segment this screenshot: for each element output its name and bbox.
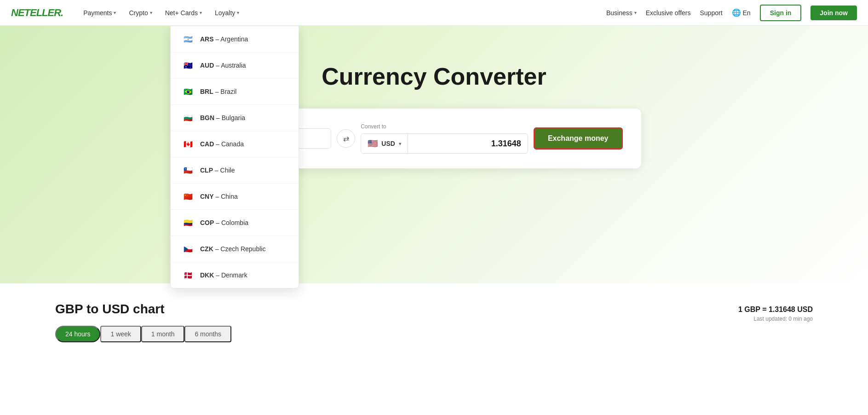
to-amount-input[interactable] bbox=[408, 134, 528, 153]
flag-dkk: 🇩🇰 bbox=[182, 269, 195, 282]
flag-cop: 🇨🇴 bbox=[182, 216, 195, 229]
dropdown-item-dkk[interactable]: 🇩🇰 DKK – Denmark bbox=[171, 262, 299, 288]
crypto-arrow-icon: ▾ bbox=[150, 10, 152, 15]
nav-business[interactable]: Business ▾ bbox=[606, 9, 637, 17]
chart-tabs: 24 hours1 week1 month6 months bbox=[55, 326, 813, 342]
flag-bgn: 🇧🇬 bbox=[182, 111, 195, 124]
chart-tab-6-months[interactable]: 6 months bbox=[184, 326, 231, 342]
swap-button[interactable]: ⇄ bbox=[337, 129, 355, 148]
swap-icon: ⇄ bbox=[343, 134, 349, 143]
business-arrow-icon: ▾ bbox=[634, 10, 637, 15]
brand-logo: NETELLER. bbox=[11, 7, 63, 19]
globe-icon: 🌐 bbox=[732, 8, 741, 17]
payments-arrow-icon: ▾ bbox=[114, 10, 116, 15]
dropdown-item-czk[interactable]: 🇨🇿 CZK – Czech Republic bbox=[171, 236, 299, 262]
dropdown-item-aud[interactable]: 🇦🇺 AUD – Australia bbox=[171, 52, 299, 79]
nav-right: Business ▾ Exclusive offers Support 🌐 En… bbox=[606, 5, 857, 21]
netcards-arrow-icon: ▾ bbox=[200, 10, 202, 15]
signin-button[interactable]: Sign in bbox=[760, 5, 802, 21]
dropdown-item-cop[interactable]: 🇨🇴 COP – Colombia bbox=[171, 210, 299, 236]
flag-clp: 🇨🇱 bbox=[182, 164, 195, 177]
nav-lang[interactable]: 🌐 En bbox=[732, 8, 751, 17]
loyalty-arrow-icon: ▾ bbox=[237, 10, 239, 15]
to-flag: 🇺🇸 bbox=[368, 138, 378, 149]
to-currency-selector[interactable]: 🇺🇸 USD ▾ bbox=[361, 134, 408, 153]
to-currency-wrapper: Convert to 🇺🇸 USD ▾ bbox=[361, 123, 528, 154]
nav-loyalty[interactable]: Loyalty ▾ bbox=[209, 6, 245, 20]
flag-ars: 🇦🇷 bbox=[182, 33, 195, 46]
chart-tabs-row: GBP to USD chart 1 GBP = 1.31648 USD Las… bbox=[55, 302, 813, 326]
converter-row: 🇬🇧 GBP ▾ ⇄ Convert to 🇺🇸 USD ▾ bbox=[246, 123, 623, 154]
currency-dropdown[interactable]: 🇦🇷 ARS – Argentina 🇦🇺 AUD – Australia 🇧🇷… bbox=[170, 26, 299, 288]
nav-left: Payments ▾ Crypto ▾ Net+ Cards ▾ Loyalty… bbox=[78, 6, 606, 20]
flag-czk: 🇨🇿 bbox=[182, 242, 195, 255]
chart-title: GBP to USD chart bbox=[55, 302, 165, 317]
navbar: NETELLER. Payments ▾ Crypto ▾ Net+ Cards… bbox=[0, 0, 868, 26]
dropdown-item-cny[interactable]: 🇨🇳 CNY – China bbox=[171, 184, 299, 210]
nav-payments[interactable]: Payments ▾ bbox=[78, 6, 121, 20]
chart-tab-24-hours[interactable]: 24 hours bbox=[55, 326, 100, 342]
to-currency-arrow-icon: ▾ bbox=[399, 141, 401, 146]
to-currency-code: USD bbox=[381, 140, 395, 147]
page-title: Currency Converter bbox=[322, 63, 546, 90]
nav-crypto[interactable]: Crypto ▾ bbox=[123, 6, 157, 20]
chart-last-updated: Last updated: 0 min ago bbox=[753, 316, 813, 322]
dropdown-item-cad[interactable]: 🇨🇦 CAD – Canada bbox=[171, 131, 299, 157]
nav-exclusive-offers[interactable]: Exclusive offers bbox=[646, 9, 691, 17]
dropdown-item-bgn[interactable]: 🇧🇬 BGN – Bulgaria bbox=[171, 105, 299, 131]
logo[interactable]: NETELLER. bbox=[11, 7, 63, 19]
dropdown-item-clp[interactable]: 🇨🇱 CLP – Chile bbox=[171, 157, 299, 184]
join-button[interactable]: Join now bbox=[811, 6, 857, 20]
flag-cny: 🇨🇳 bbox=[182, 190, 195, 203]
chart-rate-info: 1 GBP = 1.31648 USD Last updated: 0 min … bbox=[738, 305, 813, 322]
flag-aud: 🇦🇺 bbox=[182, 59, 195, 72]
exchange-money-button[interactable]: Exchange money bbox=[534, 127, 623, 150]
convert-to-label: Convert to bbox=[361, 123, 528, 130]
nav-support[interactable]: Support bbox=[700, 9, 722, 17]
flag-cad: 🇨🇦 bbox=[182, 138, 195, 150]
dropdown-item-ars[interactable]: 🇦🇷 ARS – Argentina bbox=[171, 26, 299, 52]
chart-section: GBP to USD chart 1 GBP = 1.31648 USD Las… bbox=[0, 283, 868, 359]
flag-brl: 🇧🇷 bbox=[182, 85, 195, 98]
chart-rate-value: 1 GBP = 1.31648 USD bbox=[738, 305, 813, 314]
dropdown-item-brl[interactable]: 🇧🇷 BRL – Brazil bbox=[171, 79, 299, 105]
to-currency-group[interactable]: 🇺🇸 USD ▾ bbox=[361, 133, 528, 154]
nav-netcards[interactable]: Net+ Cards ▾ bbox=[160, 6, 207, 20]
hero-section: Currency Converter 🇬🇧 GBP ▾ ⇄ Convert to bbox=[0, 26, 868, 283]
chart-tab-1-week[interactable]: 1 week bbox=[100, 326, 141, 342]
chart-tab-1-month[interactable]: 1 month bbox=[141, 326, 185, 342]
